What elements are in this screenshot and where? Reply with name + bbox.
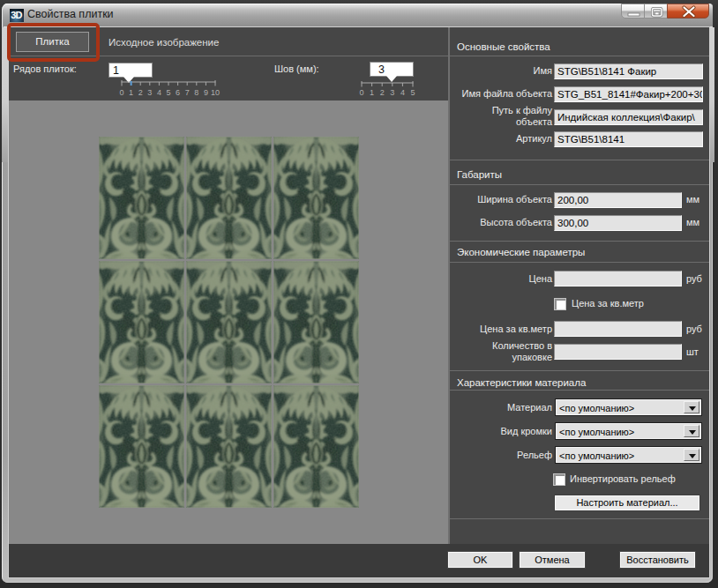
- svg-text:4: 4: [157, 88, 161, 96]
- svg-text:0: 0: [119, 88, 123, 96]
- svg-text:5: 5: [410, 88, 415, 97]
- svg-text:6: 6: [176, 88, 180, 96]
- svg-text:7: 7: [185, 88, 190, 96]
- svg-text:2: 2: [380, 88, 385, 97]
- svg-text:1: 1: [370, 88, 374, 97]
- svg-text:3: 3: [390, 88, 394, 97]
- svg-text:0: 0: [359, 88, 363, 97]
- svg-text:5: 5: [166, 88, 170, 96]
- svg-text:2: 2: [138, 88, 143, 96]
- svg-text:9: 9: [204, 88, 208, 96]
- svg-text:3: 3: [147, 88, 152, 96]
- svg-text:8: 8: [194, 88, 198, 96]
- svg-text:4: 4: [400, 88, 405, 97]
- svg-text:1: 1: [129, 88, 133, 96]
- svg-text:10: 10: [211, 88, 220, 96]
